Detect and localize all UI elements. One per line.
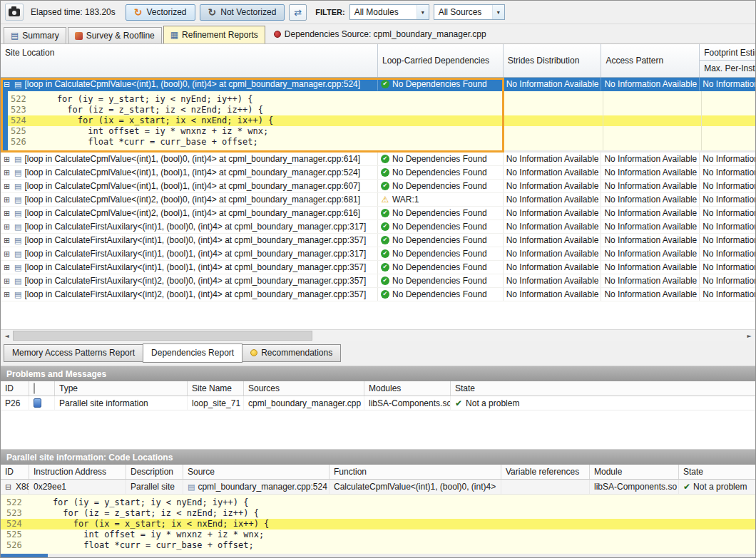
table-row[interactable]: [loop in CalculateCpmlValue<(int)2, (boo… (1, 207, 755, 220)
document-icon (14, 182, 21, 190)
access-pattern-cell: No Information Available (601, 274, 700, 287)
collapse-icon[interactable] (5, 483, 13, 491)
snapshot-button[interactable] (5, 4, 24, 21)
column-header-id[interactable]: ID (1, 465, 29, 479)
column-header-state[interactable]: State (451, 381, 755, 396)
camera-icon (9, 9, 20, 16)
site-cell: [loop in CalculateFirstAuxilary<(int)2, … (1, 274, 378, 287)
expand-icon[interactable] (4, 182, 11, 190)
column-header-access-pattern[interactable]: Access Pattern (601, 44, 700, 77)
column-header-modules[interactable]: Modules (364, 381, 451, 396)
column-header-state[interactable]: State (679, 465, 755, 479)
code-line[interactable]: 524 for (ix = x_start; ix < nxEnd; ix++)… (1, 115, 755, 126)
line-number: 525 (11, 126, 36, 137)
tab-summary[interactable]: Summary (4, 27, 66, 43)
footprint-cell: No Information Available (700, 180, 755, 192)
column-header-source[interactable]: Source (183, 465, 330, 479)
tab-dependencies-report[interactable]: Dependencies Report (143, 343, 242, 363)
tab-recommendations[interactable]: Recommendations (242, 344, 341, 362)
code-location-row[interactable]: X88 0x29ee1 Parallel site cpml_boundary_… (1, 480, 755, 495)
site-label: [loop in CalculateFirstAuxilary<(int)2, … (24, 289, 366, 299)
line-text: for (iy = y_start; iy < nyEnd; iy++) { (32, 497, 248, 508)
code-scrollbar-thumb[interactable] (1, 554, 48, 558)
line-text: float *curr = curr_base + offset; (36, 137, 258, 148)
table-row[interactable]: [loop in CalculateFirstAuxilary<(int)1, … (1, 261, 755, 274)
tab-refinement-reports[interactable]: Refinement Reports (163, 26, 265, 43)
expand-icon[interactable] (4, 250, 11, 258)
column-header-footprint[interactable]: Footprint Estim Max. Per-Instr (700, 44, 755, 77)
not-vectorized-label: Not Vectorized (220, 7, 276, 17)
column-header-strides-distribution[interactable]: Strides Distribution (504, 44, 602, 77)
column-header-variable-references[interactable]: Variable references (501, 465, 590, 479)
code-line[interactable]: 522 for (iy = y_start; iy < nyEnd; iy++)… (1, 497, 755, 508)
expand-icon[interactable] (4, 291, 11, 299)
site-cell: [loop in CalculateFirstAuxilary<(int)2, … (1, 288, 378, 301)
dependency-label: No Dependencies Found (392, 276, 487, 286)
source-preview: 522 for (iy = y_start; iy < nyEnd; iy++)… (1, 91, 755, 150)
expand-icon[interactable] (4, 264, 11, 272)
code-line[interactable]: 523 for (iz = z_start; iz < nzEnd; iz++)… (1, 105, 755, 115)
table-row[interactable]: [loop in CalculateCpmlValue<(int)1, (boo… (1, 153, 755, 166)
column-header-id[interactable]: ID (1, 381, 29, 396)
table-row[interactable]: [loop in CalculateCpmlValue<(int)2, (boo… (1, 193, 755, 207)
column-header-type[interactable]: Type (55, 381, 188, 396)
sync-button[interactable]: ⇄ (289, 4, 307, 21)
site-cell: [loop in CalculateCpmlValue<(int)2, (boo… (1, 193, 378, 206)
code-line[interactable]: 522 for (iy = y_start; iy < nyEnd; iy++)… (1, 94, 755, 105)
code-line[interactable]: 526 float *curr = curr_base + offset; (1, 540, 755, 551)
strides-cell: No Information Available (504, 274, 602, 287)
access-pattern-cell: No Information Available (601, 153, 700, 165)
document-icon (14, 237, 21, 244)
column-header-description[interactable]: Description (126, 465, 183, 479)
column-header-sources[interactable]: Sources (244, 381, 364, 396)
horizontal-scrollbar[interactable]: ◄ ► (1, 329, 755, 341)
code-line[interactable]: 525 int offset = iy * wnxnz + iz * wnx; (1, 529, 755, 540)
sources-dropdown[interactable]: All Sources ▾ (434, 4, 505, 20)
code-line[interactable]: 523 for (iz = z_start; iz < nzEnd; iz++)… (1, 508, 755, 519)
column-header-site-name[interactable]: Site Name (188, 381, 244, 396)
scroll-right-icon[interactable]: ► (743, 330, 755, 341)
column-header-loop-carried-dependencies[interactable]: Loop-Carried Dependencies (378, 44, 504, 77)
column-header-type-icon[interactable] (29, 381, 55, 396)
column-header-instruction-address[interactable]: Instruction Address (29, 465, 126, 479)
column-header-function[interactable]: Function (330, 465, 501, 479)
code-line[interactable]: 524 for (ix = x_start; ix < nxEnd; ix++)… (1, 519, 755, 529)
expand-icon[interactable] (4, 196, 11, 204)
table-row[interactable]: [loop in CalculateCpmlValue<(int)1, (boo… (1, 166, 755, 180)
table-row[interactable]: [loop in CalculateCpmlValue<(int)1, (boo… (1, 180, 755, 193)
table-row[interactable]: [loop in CalculateFirstAuxilary<(int)2, … (1, 288, 755, 301)
expand-icon[interactable] (4, 237, 11, 244)
site-label: [loop in CalculateFirstAuxilary<(int)1, … (24, 222, 366, 232)
modules-dropdown[interactable]: All Modules ▾ (349, 4, 429, 20)
scroll-left-icon[interactable]: ◄ (1, 330, 13, 341)
not-vectorized-filter-button[interactable]: ↻ Not Vectorized (200, 4, 285, 21)
expand-icon[interactable] (4, 169, 11, 177)
tab-memory-access-patterns-report[interactable]: Memory Access Patterns Report (4, 344, 143, 362)
access-pattern-cell: No Information Available (601, 247, 700, 260)
code-line[interactable]: 525 int offset = iy * wnxnz + iz * wnx; (1, 126, 755, 137)
code-horizontal-scrollbar[interactable] (1, 554, 755, 558)
table-row-selected[interactable]: [loop in CalculateCpmlValue<(int)1, (boo… (1, 78, 755, 91)
column-header-site-location[interactable]: Site Location (1, 44, 378, 77)
dependencies-cell: No Dependencies Found (378, 288, 504, 301)
code-line[interactable]: 526 float *curr = curr_base + offset; (1, 137, 755, 148)
vectorized-filter-button[interactable]: ↻ Vectorized (126, 4, 195, 21)
table-row[interactable]: [loop in CalculateFirstAuxilary<(int)2, … (1, 274, 755, 288)
column-header-module[interactable]: Module (590, 465, 679, 479)
collapse-icon[interactable] (4, 81, 11, 88)
line-number: 523 (11, 105, 36, 115)
dependencies-cell: No Dependencies Found (378, 274, 504, 287)
expand-icon[interactable] (4, 155, 11, 163)
expand-icon[interactable] (4, 223, 11, 231)
table-row[interactable]: [loop in CalculateFirstAuxilary<(int)1, … (1, 220, 755, 234)
scrollbar-thumb[interactable] (13, 331, 312, 341)
column-header-max-per-instruction: Max. Per-Instr (700, 61, 755, 76)
expand-icon[interactable] (4, 210, 11, 217)
expand-icon[interactable] (4, 277, 11, 285)
site-label: [loop in CalculateCpmlValue<(int)1, (boo… (24, 181, 360, 191)
table-row[interactable]: [loop in CalculateFirstAuxilary<(int)1, … (1, 234, 755, 247)
not-vectorized-loop-icon: ↻ (208, 7, 217, 17)
problem-row[interactable]: P26 Parallel site information loop_site_… (1, 396, 755, 410)
tab-survey-roofline[interactable]: Survey & Roofline (68, 27, 162, 43)
table-row[interactable]: [loop in CalculateFirstAuxilary<(int)1, … (1, 247, 755, 261)
